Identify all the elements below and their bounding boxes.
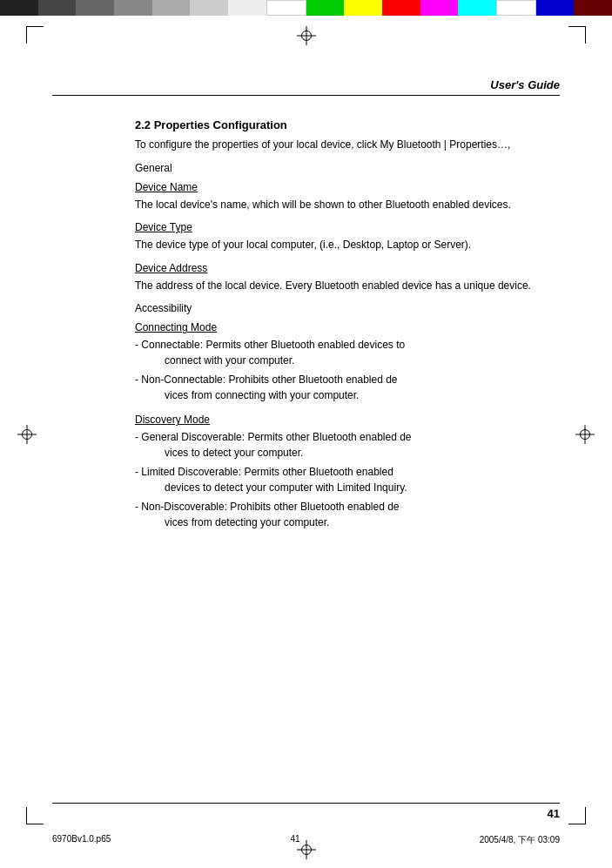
color-block-6 [190, 0, 228, 16]
color-block-10 [344, 0, 382, 16]
reg-mark-top-center [297, 26, 316, 45]
color-block-16 [574, 0, 612, 16]
connecting-bullet-1: - Connectable: Permits other Bluetooth e… [135, 337, 560, 368]
color-block-8 [266, 0, 306, 16]
main-content: 2.2 Properties Configuration To configur… [135, 104, 560, 781]
connecting-mode-label: Connecting Mode [135, 321, 560, 333]
section-title: 2.2 Properties Configuration [135, 118, 560, 131]
color-block-12 [420, 0, 459, 16]
color-block-7 [228, 0, 266, 16]
color-block-9 [306, 0, 345, 16]
footer-right: 2005/4/8, 下午 03:09 [480, 834, 560, 846]
left-color-blocks [0, 0, 306, 16]
device-type-label: Device Type [135, 221, 560, 233]
color-block-14 [496, 0, 536, 16]
color-block-4 [114, 0, 152, 16]
corner-border-top-left [26, 26, 44, 44]
discovery-mode-label: Discovery Mode [135, 414, 560, 426]
device-address-para: The address of the local device. Every B… [135, 278, 560, 294]
header-title: User's Guide [490, 78, 560, 91]
device-address-label: Device Address [135, 262, 560, 274]
top-color-bar [0, 0, 612, 16]
discovery-bullet-3: - Non-Discoverable: Prohibits other Blue… [135, 499, 560, 530]
connecting-bullet-1-cont: connect with your computer. [145, 354, 294, 367]
discovery-bullet-2-cont: devices to detect your computer with Lim… [145, 481, 407, 494]
connecting-bullet-2: - Non-Connectable: Prohibits other Bluet… [135, 372, 560, 403]
page-number: 41 [548, 807, 560, 820]
device-name-label: Device Name [135, 181, 560, 193]
device-name-para: The local device's name, which will be s… [135, 197, 560, 213]
device-type-para: The device type of your local computer, … [135, 237, 560, 253]
general-label: General [135, 162, 560, 174]
footer-left: 6970Bv1.0.p65 [52, 834, 111, 846]
corner-border-bottom-left [26, 807, 44, 824]
color-block-1 [0, 0, 38, 16]
corner-border-top-right [568, 26, 586, 44]
color-block-15 [536, 0, 575, 16]
color-block-3 [76, 0, 114, 16]
discovery-bullet-3-cont: vices from detecting your computer. [145, 516, 329, 528]
corner-border-bottom-right [568, 807, 586, 824]
color-block-2 [38, 0, 77, 16]
color-block-13 [458, 0, 496, 16]
connecting-bullet-2-cont: vices from connecting with your computer… [145, 389, 359, 401]
discovery-bullet-2: - Limited Discoverable: Permits other Bl… [135, 464, 560, 495]
right-color-blocks [306, 0, 613, 16]
reg-mark-left [17, 425, 37, 444]
discovery-bullet-1-cont: vices to detect your computer. [145, 447, 303, 459]
reg-mark-right [575, 425, 595, 444]
intro-paragraph: To configure the properties of your loca… [135, 137, 560, 153]
color-block-11 [382, 0, 420, 16]
reg-mark-bottom-center [297, 840, 316, 859]
page-footer: 41 [52, 803, 560, 820]
accessibility-label: Accessibility [135, 302, 560, 314]
color-block-5 [152, 0, 191, 16]
page-header: User's Guide [52, 78, 560, 96]
discovery-bullet-1: - General Discoverable: Permits other Bl… [135, 429, 560, 461]
